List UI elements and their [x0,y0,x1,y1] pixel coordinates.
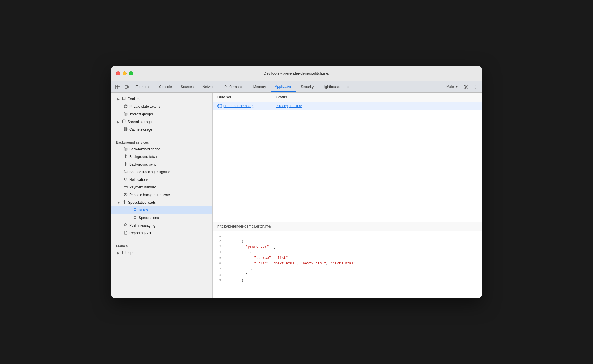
sync-icon-rules [133,208,137,213]
bottom-panel: https://prerender-demos.glitch.me/ 1 2 {… [213,222,482,298]
card-icon [124,185,128,190]
tab-lighthouse[interactable]: Lighthouse [318,82,344,92]
sidebar-label-push-messaging: Push messaging [129,223,155,227]
code-line-8: 8 ] [213,272,482,278]
svg-rect-1 [116,87,118,89]
code-content-4: { [225,250,252,255]
code-area: 1 2 { 3 "prerender": [ 4 [213,231,482,286]
sync-icon-speculations [133,215,137,220]
svg-rect-3 [118,87,120,89]
sidebar-item-payment-handler[interactable]: Payment handler [111,183,212,191]
tab-console[interactable]: Console [155,82,176,92]
more-options-icon[interactable] [471,83,479,91]
sidebar-label-background-sync: Background sync [129,162,156,166]
sidebar-label-periodic-background-sync: Periodic background sync [129,193,170,197]
sync-icon-2 [124,162,128,167]
maximize-button[interactable] [129,71,133,75]
right-panel: Rule set Status ⓘ prerender-demos.g 2 re… [213,93,482,298]
code-line-7: 7 } [213,267,482,272]
sidebar-label-interest-groups: Interest groups [129,112,153,116]
sidebar-item-private-state-tokens[interactable]: Private state tokens [111,103,212,110]
tab-security[interactable]: Security [297,82,318,92]
tab-performance[interactable]: Performance [220,82,249,92]
svg-rect-4 [125,85,127,88]
svg-rect-5 [128,86,129,88]
divider-2 [116,239,208,239]
main-label: Main [446,85,454,89]
code-line-3: 3 "prerender": [ [213,244,482,250]
sidebar-item-cache-storage[interactable]: Cache storage [111,126,212,133]
sidebar-item-cookies[interactable]: ▶ Cookies [111,95,212,103]
table-header: Rule set Status [213,93,482,102]
sidebar-label-speculations: Speculations [139,216,159,220]
frame-icon [122,250,126,255]
sidebar-item-back-forward-cache[interactable]: Back/forward cache [111,145,212,153]
svg-point-14 [124,127,127,129]
code-line-9: 9 } [213,278,482,284]
svg-point-13 [123,120,125,121]
bottom-panel-url: https://prerender-demos.glitch.me/ [213,222,482,231]
divider-1 [116,135,208,135]
table-row[interactable]: ⓘ prerender-demos.g 2 ready, 1 failure [213,102,482,110]
line-number-3: 3 [215,244,225,250]
section-label-frames: Frames [111,241,212,249]
sidebar-item-interest-groups[interactable]: Interest groups [111,110,212,118]
sidebar-item-rules[interactable]: Rules [111,206,212,214]
sidebar-label-background-fetch: Background fetch [129,155,157,159]
svg-rect-20 [123,251,125,254]
device-icon[interactable] [123,83,131,91]
table-cell-rule-set: ⓘ prerender-demos.g [217,104,276,108]
code-content-2: { [225,239,244,244]
sidebar-item-periodic-background-sync[interactable]: Periodic background sync [111,191,212,199]
svg-point-15 [124,147,127,148]
table-area: Rule set Status ⓘ prerender-demos.g 2 re… [213,93,482,222]
rule-set-link[interactable]: prerender-demos.g [223,104,253,108]
sidebar-item-push-messaging[interactable]: Push messaging [111,222,212,229]
line-number-5: 5 [215,255,225,261]
code-line-5: 5 "source": "list", [213,255,482,261]
header-rule-set: Rule set [217,95,276,99]
sidebar-label-rules: Rules [139,208,148,212]
sidebar-item-speculative-loads[interactable]: ▼ Speculative loads [111,199,212,206]
line-number-2: 2 [215,239,225,244]
database-icon-2 [124,104,128,109]
svg-point-12 [124,112,127,113]
main-chevron-icon: ▼ [455,85,458,88]
minimize-button[interactable] [123,71,127,75]
settings-icon[interactable] [462,83,470,91]
sidebar-item-notifications[interactable]: Notifications [111,176,212,183]
sidebar-label-back-forward-cache: Back/forward cache [129,147,160,151]
line-number-6: 6 [215,261,225,267]
traffic-lights [116,71,133,75]
code-content-9: } [225,278,244,284]
line-number-4: 4 [215,250,225,255]
inspect-icon[interactable] [114,83,122,91]
main-selector[interactable]: Main ▼ [444,84,460,90]
svg-point-8 [475,86,476,87]
sidebar-item-shared-storage[interactable]: ▶ Shared storage [111,118,212,126]
close-button[interactable] [116,71,120,75]
sidebar-item-background-sync[interactable]: Background sync [111,161,212,168]
tab-elements[interactable]: Elements [131,82,154,92]
sidebar-item-background-fetch[interactable]: Background fetch [111,153,212,161]
tab-network[interactable]: Network [198,82,220,92]
code-content-3: "prerender": [ [225,244,275,250]
tab-application[interactable]: Application [271,82,296,92]
sidebar-label-notifications: Notifications [129,178,148,182]
line-number-1: 1 [215,233,225,239]
page-icon [124,231,128,235]
devtools-window: DevTools - prerender-demos.glitch.me/ El… [111,66,482,298]
sidebar-label-bounce-tracking: Bounce tracking mitigations [129,170,172,174]
status-link[interactable]: 2 ready, 1 failure [276,104,302,108]
tab-sources[interactable]: Sources [177,82,198,92]
sidebar-label-cookies: Cookies [128,97,140,101]
sidebar-item-bounce-tracking[interactable]: Bounce tracking mitigations [111,168,212,176]
sidebar-item-top-frame[interactable]: ▶ top [111,249,212,257]
overflow-icon[interactable]: » [344,83,353,91]
svg-point-16 [124,170,127,171]
svg-point-11 [124,105,127,106]
sidebar-item-speculations[interactable]: Speculations [111,214,212,222]
sidebar-item-reporting-api[interactable]: Reporting API [111,229,212,237]
tab-memory[interactable]: Memory [249,82,270,92]
header-status: Status [276,95,477,99]
